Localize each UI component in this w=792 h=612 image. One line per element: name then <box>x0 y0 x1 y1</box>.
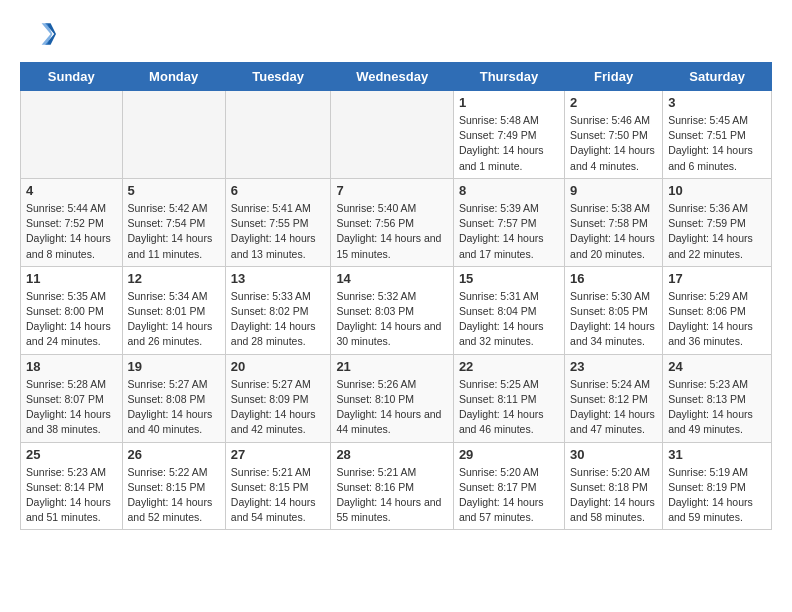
day-info: Sunrise: 5:35 AM Sunset: 8:00 PM Dayligh… <box>26 289 117 350</box>
day-number: 6 <box>231 183 326 198</box>
day-number: 20 <box>231 359 326 374</box>
day-info: Sunrise: 5:46 AM Sunset: 7:50 PM Dayligh… <box>570 113 657 174</box>
day-info: Sunrise: 5:32 AM Sunset: 8:03 PM Dayligh… <box>336 289 448 350</box>
day-info: Sunrise: 5:40 AM Sunset: 7:56 PM Dayligh… <box>336 201 448 262</box>
calendar-cell: 11Sunrise: 5:35 AM Sunset: 8:00 PM Dayli… <box>21 266 123 354</box>
calendar-cell: 26Sunrise: 5:22 AM Sunset: 8:15 PM Dayli… <box>122 442 225 530</box>
calendar-cell: 9Sunrise: 5:38 AM Sunset: 7:58 PM Daylig… <box>565 178 663 266</box>
calendar-cell: 31Sunrise: 5:19 AM Sunset: 8:19 PM Dayli… <box>663 442 772 530</box>
day-info: Sunrise: 5:45 AM Sunset: 7:51 PM Dayligh… <box>668 113 766 174</box>
calendar-cell: 4Sunrise: 5:44 AM Sunset: 7:52 PM Daylig… <box>21 178 123 266</box>
day-info: Sunrise: 5:21 AM Sunset: 8:15 PM Dayligh… <box>231 465 326 526</box>
calendar-cell: 8Sunrise: 5:39 AM Sunset: 7:57 PM Daylig… <box>453 178 564 266</box>
day-number: 17 <box>668 271 766 286</box>
col-header-friday: Friday <box>565 63 663 91</box>
week-row-1: 1Sunrise: 5:48 AM Sunset: 7:49 PM Daylig… <box>21 91 772 179</box>
calendar-cell: 23Sunrise: 5:24 AM Sunset: 8:12 PM Dayli… <box>565 354 663 442</box>
day-info: Sunrise: 5:20 AM Sunset: 8:18 PM Dayligh… <box>570 465 657 526</box>
week-row-4: 18Sunrise: 5:28 AM Sunset: 8:07 PM Dayli… <box>21 354 772 442</box>
day-number: 10 <box>668 183 766 198</box>
calendar-cell: 30Sunrise: 5:20 AM Sunset: 8:18 PM Dayli… <box>565 442 663 530</box>
day-number: 23 <box>570 359 657 374</box>
calendar-cell: 22Sunrise: 5:25 AM Sunset: 8:11 PM Dayli… <box>453 354 564 442</box>
col-header-tuesday: Tuesday <box>225 63 331 91</box>
calendar-cell <box>21 91 123 179</box>
day-info: Sunrise: 5:33 AM Sunset: 8:02 PM Dayligh… <box>231 289 326 350</box>
week-row-3: 11Sunrise: 5:35 AM Sunset: 8:00 PM Dayli… <box>21 266 772 354</box>
day-number: 21 <box>336 359 448 374</box>
calendar-cell <box>122 91 225 179</box>
col-header-wednesday: Wednesday <box>331 63 454 91</box>
day-number: 26 <box>128 447 220 462</box>
day-info: Sunrise: 5:26 AM Sunset: 8:10 PM Dayligh… <box>336 377 448 438</box>
calendar-cell <box>331 91 454 179</box>
day-info: Sunrise: 5:48 AM Sunset: 7:49 PM Dayligh… <box>459 113 559 174</box>
calendar-table: SundayMondayTuesdayWednesdayThursdayFrid… <box>20 62 772 530</box>
day-info: Sunrise: 5:41 AM Sunset: 7:55 PM Dayligh… <box>231 201 326 262</box>
col-header-thursday: Thursday <box>453 63 564 91</box>
calendar-cell: 10Sunrise: 5:36 AM Sunset: 7:59 PM Dayli… <box>663 178 772 266</box>
calendar-cell: 21Sunrise: 5:26 AM Sunset: 8:10 PM Dayli… <box>331 354 454 442</box>
day-number: 13 <box>231 271 326 286</box>
day-number: 12 <box>128 271 220 286</box>
day-info: Sunrise: 5:22 AM Sunset: 8:15 PM Dayligh… <box>128 465 220 526</box>
calendar-cell: 13Sunrise: 5:33 AM Sunset: 8:02 PM Dayli… <box>225 266 331 354</box>
day-number: 29 <box>459 447 559 462</box>
week-row-2: 4Sunrise: 5:44 AM Sunset: 7:52 PM Daylig… <box>21 178 772 266</box>
calendar-cell: 6Sunrise: 5:41 AM Sunset: 7:55 PM Daylig… <box>225 178 331 266</box>
day-number: 5 <box>128 183 220 198</box>
day-number: 22 <box>459 359 559 374</box>
day-number: 24 <box>668 359 766 374</box>
calendar-cell: 29Sunrise: 5:20 AM Sunset: 8:17 PM Dayli… <box>453 442 564 530</box>
calendar-cell: 20Sunrise: 5:27 AM Sunset: 8:09 PM Dayli… <box>225 354 331 442</box>
day-number: 27 <box>231 447 326 462</box>
day-info: Sunrise: 5:25 AM Sunset: 8:11 PM Dayligh… <box>459 377 559 438</box>
day-info: Sunrise: 5:39 AM Sunset: 7:57 PM Dayligh… <box>459 201 559 262</box>
day-number: 2 <box>570 95 657 110</box>
col-header-sunday: Sunday <box>21 63 123 91</box>
page-container: SundayMondayTuesdayWednesdayThursdayFrid… <box>0 0 792 546</box>
day-number: 3 <box>668 95 766 110</box>
day-info: Sunrise: 5:44 AM Sunset: 7:52 PM Dayligh… <box>26 201 117 262</box>
day-number: 28 <box>336 447 448 462</box>
day-info: Sunrise: 5:30 AM Sunset: 8:05 PM Dayligh… <box>570 289 657 350</box>
col-header-saturday: Saturday <box>663 63 772 91</box>
header <box>20 16 772 52</box>
calendar-cell: 16Sunrise: 5:30 AM Sunset: 8:05 PM Dayli… <box>565 266 663 354</box>
calendar-cell: 12Sunrise: 5:34 AM Sunset: 8:01 PM Dayli… <box>122 266 225 354</box>
calendar-cell: 14Sunrise: 5:32 AM Sunset: 8:03 PM Dayli… <box>331 266 454 354</box>
day-number: 8 <box>459 183 559 198</box>
day-number: 31 <box>668 447 766 462</box>
day-number: 14 <box>336 271 448 286</box>
logo-icon <box>20 16 56 52</box>
calendar-cell: 7Sunrise: 5:40 AM Sunset: 7:56 PM Daylig… <box>331 178 454 266</box>
day-number: 30 <box>570 447 657 462</box>
calendar-cell <box>225 91 331 179</box>
day-number: 18 <box>26 359 117 374</box>
logo <box>20 16 60 52</box>
calendar-header-row: SundayMondayTuesdayWednesdayThursdayFrid… <box>21 63 772 91</box>
day-info: Sunrise: 5:23 AM Sunset: 8:14 PM Dayligh… <box>26 465 117 526</box>
calendar-cell: 18Sunrise: 5:28 AM Sunset: 8:07 PM Dayli… <box>21 354 123 442</box>
calendar-cell: 3Sunrise: 5:45 AM Sunset: 7:51 PM Daylig… <box>663 91 772 179</box>
day-info: Sunrise: 5:42 AM Sunset: 7:54 PM Dayligh… <box>128 201 220 262</box>
day-info: Sunrise: 5:27 AM Sunset: 8:08 PM Dayligh… <box>128 377 220 438</box>
day-info: Sunrise: 5:23 AM Sunset: 8:13 PM Dayligh… <box>668 377 766 438</box>
day-number: 7 <box>336 183 448 198</box>
day-info: Sunrise: 5:28 AM Sunset: 8:07 PM Dayligh… <box>26 377 117 438</box>
calendar-cell: 28Sunrise: 5:21 AM Sunset: 8:16 PM Dayli… <box>331 442 454 530</box>
day-number: 9 <box>570 183 657 198</box>
calendar-cell: 1Sunrise: 5:48 AM Sunset: 7:49 PM Daylig… <box>453 91 564 179</box>
calendar-cell: 19Sunrise: 5:27 AM Sunset: 8:08 PM Dayli… <box>122 354 225 442</box>
calendar-cell: 27Sunrise: 5:21 AM Sunset: 8:15 PM Dayli… <box>225 442 331 530</box>
day-number: 15 <box>459 271 559 286</box>
day-info: Sunrise: 5:19 AM Sunset: 8:19 PM Dayligh… <box>668 465 766 526</box>
day-number: 19 <box>128 359 220 374</box>
day-number: 11 <box>26 271 117 286</box>
day-info: Sunrise: 5:20 AM Sunset: 8:17 PM Dayligh… <box>459 465 559 526</box>
day-number: 25 <box>26 447 117 462</box>
day-info: Sunrise: 5:36 AM Sunset: 7:59 PM Dayligh… <box>668 201 766 262</box>
calendar-cell: 17Sunrise: 5:29 AM Sunset: 8:06 PM Dayli… <box>663 266 772 354</box>
calendar-cell: 25Sunrise: 5:23 AM Sunset: 8:14 PM Dayli… <box>21 442 123 530</box>
day-number: 1 <box>459 95 559 110</box>
